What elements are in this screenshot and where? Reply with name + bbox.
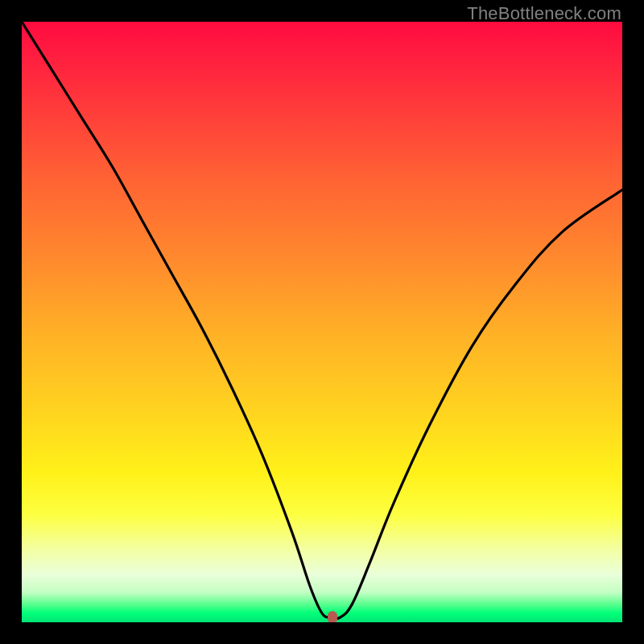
bottleneck-curve <box>22 22 622 622</box>
chart-frame: TheBottleneck.com <box>0 0 644 644</box>
watermark-text: TheBottleneck.com <box>467 3 621 24</box>
minimum-marker <box>328 611 337 622</box>
plot-area <box>22 22 622 622</box>
